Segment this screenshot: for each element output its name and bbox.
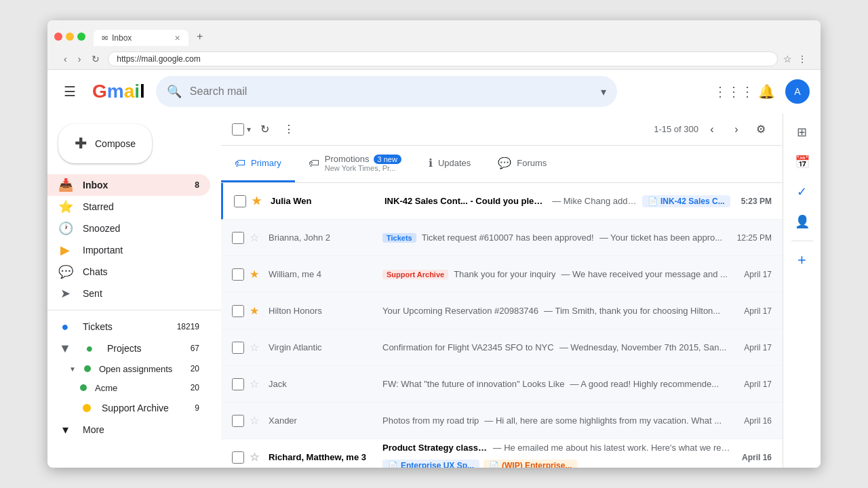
open-assignments-count: 20 xyxy=(191,364,199,373)
sidebar-item-snoozed[interactable]: 🕐 Snoozed xyxy=(47,218,210,239)
star-icon[interactable]: ★ xyxy=(250,304,263,317)
email-row[interactable]: ☆ Brianna, John 2 Tickets Ticket request… xyxy=(221,220,783,256)
email-snippet: — Hi all, here are some highlights from … xyxy=(484,415,722,426)
email-checkbox[interactable] xyxy=(232,378,244,390)
tab-updates[interactable]: ℹ Updates xyxy=(415,146,484,182)
tab-forums[interactable]: 💬 Forums xyxy=(484,146,560,182)
email-checkbox[interactable] xyxy=(234,195,246,207)
email-row[interactable]: ☆ Xander Photos from my road trip — Hi a… xyxy=(221,403,783,439)
email-row[interactable]: ☆ Jack FW: What "the future of innovatio… xyxy=(221,366,783,403)
email-checkbox[interactable] xyxy=(232,451,244,464)
tasks-right-icon[interactable]: ✓ xyxy=(789,178,816,205)
sidebar-label-open-assignments: Open assignments xyxy=(99,364,182,374)
calendar-right-icon[interactable]: 📅 xyxy=(789,148,816,176)
star-icon[interactable]: ☆ xyxy=(250,378,263,390)
promotions-badge: 3 new xyxy=(374,155,401,164)
updates-tab-label: Updates xyxy=(438,158,471,168)
add-apps-icon[interactable]: + xyxy=(789,247,816,274)
sidebar-item-open-assignments[interactable]: ▼ Open assignments 20 xyxy=(47,359,210,378)
prev-page-btn[interactable]: ‹ xyxy=(701,119,723,140)
select-dropdown-icon[interactable]: ▾ xyxy=(247,125,251,134)
sidebar-item-sent[interactable]: ➤ Sent xyxy=(47,283,210,304)
email-sender: William, me 4 xyxy=(269,269,377,279)
sidebar-item-chats[interactable]: 💬 Chats xyxy=(47,261,210,283)
sidebar-label-acme: Acme xyxy=(95,383,182,393)
select-all-checkbox[interactable] xyxy=(232,123,244,136)
star-icon[interactable]: ☆ xyxy=(250,231,263,244)
email-subject: Thank you for your inquiry xyxy=(454,269,555,279)
toolbar: ▾ ↻ ⋮ 1-15 of 300 ‹ › ⚙ xyxy=(221,113,783,146)
email-checkbox[interactable] xyxy=(232,268,244,281)
email-checkbox[interactable] xyxy=(232,232,244,244)
sidebar: ✚ Compose 📥 Inbox 8 ⭐ Starred 🕐 Snoozed xyxy=(47,113,221,468)
star-icon[interactable]: ☆ xyxy=(250,414,263,427)
address-bar[interactable] xyxy=(108,52,778,66)
sidebar-item-important[interactable]: ▶ Important xyxy=(47,239,210,261)
avatar[interactable]: A xyxy=(785,79,810,104)
star-icon[interactable]: ☆ xyxy=(250,341,263,354)
email-checkbox[interactable] xyxy=(232,415,244,427)
email-time: April 16 xyxy=(742,453,772,462)
inbox-count: 8 xyxy=(195,180,199,190)
contacts-right-icon[interactable]: 👤 xyxy=(789,208,816,235)
email-sender: Virgin Atlantic xyxy=(269,342,377,352)
browser-forward-btn[interactable]: › xyxy=(75,52,84,66)
search-input[interactable] xyxy=(190,85,593,98)
browser-maximize-btn[interactable] xyxy=(77,33,85,41)
forums-tab-icon: 💬 xyxy=(498,157,511,169)
projects-icon: ● xyxy=(83,342,96,356)
sidebar-item-acme[interactable]: Acme 20 xyxy=(47,378,210,397)
search-bar: 🔍 ▾ xyxy=(156,76,617,107)
browser-close-btn[interactable] xyxy=(54,33,62,41)
promotions-sub: New York Times, Pr... xyxy=(325,164,401,172)
star-icon[interactable]: ★ xyxy=(250,268,263,281)
browser-settings-icon[interactable]: ⋮ xyxy=(797,54,807,64)
email-checkbox[interactable] xyxy=(232,342,244,354)
email-row[interactable]: ★ Julia Wen INK-42 Sales Cont... - Could… xyxy=(221,183,783,220)
email-row[interactable]: ☆ Virgin Atlantic Confirmation for Fligh… xyxy=(221,329,783,366)
hamburger-menu-icon[interactable]: ☰ xyxy=(58,78,81,105)
tab-primary[interactable]: 🏷 Primary xyxy=(221,146,295,182)
sidebar-item-projects[interactable]: ▼ ● Projects 67 xyxy=(47,338,210,359)
star-icon[interactable]: ★ xyxy=(252,195,265,207)
notifications-icon-btn[interactable]: 🔔 xyxy=(753,78,780,105)
important-icon: ▶ xyxy=(58,243,72,258)
tab-promotions[interactable]: 🏷 Promotions 3 new New York Times, Pr... xyxy=(295,146,415,182)
email-snippet: — Tim Smith, thank you for choosing Hilt… xyxy=(544,306,720,316)
next-page-btn[interactable]: › xyxy=(726,119,747,140)
support-archive-count: 9 xyxy=(195,403,199,413)
sidebar-item-inbox[interactable]: 📥 Inbox 8 xyxy=(47,174,210,196)
browser-minimize-btn[interactable] xyxy=(66,33,74,41)
google-apps-icon[interactable]: ⊞ xyxy=(789,119,816,146)
browser-star-icon[interactable]: ☆ xyxy=(783,54,792,64)
sidebar-label-tickets: Tickets xyxy=(83,321,166,332)
sidebar-item-more[interactable]: ▾ More xyxy=(47,419,210,441)
sidebar-item-tickets[interactable]: ● Tickets 18219 xyxy=(47,316,210,338)
email-checkbox[interactable] xyxy=(232,305,244,317)
star-icon[interactable]: ☆ xyxy=(250,451,263,464)
email-row[interactable]: ☆ Richard, Matthew, me 3 Product Strateg… xyxy=(221,439,783,468)
settings-btn[interactable]: ⚙ xyxy=(750,119,772,140)
browser-back-btn[interactable]: ‹ xyxy=(61,52,70,66)
search-dropdown-icon[interactable]: ▾ xyxy=(601,85,606,98)
browser-tab-gmail[interactable]: ✉ Inbox ✕ xyxy=(94,30,189,46)
sidebar-label-more: More xyxy=(83,424,199,435)
email-row[interactable]: ★ William, me 4 Support Archive Thank yo… xyxy=(221,256,783,293)
new-tab-btn[interactable]: + xyxy=(190,27,210,46)
email-body: Photos from my road trip — Hi all, here … xyxy=(382,415,733,426)
compose-button[interactable]: ✚ Compose xyxy=(58,124,152,163)
acme-dot xyxy=(80,384,87,391)
email-time: April 17 xyxy=(744,270,772,279)
email-row[interactable]: ★ Hilton Honors Your Upcoming Reservatio… xyxy=(221,293,783,329)
gmail-logo-m: Gmail xyxy=(92,81,145,102)
sidebar-item-support-archive[interactable]: Support Archive 9 xyxy=(47,397,210,419)
refresh-btn[interactable]: ↻ xyxy=(254,119,275,140)
more-options-btn[interactable]: ⋮ xyxy=(278,119,300,140)
apps-icon-btn[interactable]: ⋮⋮⋮ xyxy=(720,78,747,105)
browser-refresh-btn[interactable]: ↻ xyxy=(89,52,102,66)
gmail-logo: Gmail xyxy=(92,81,145,102)
tab-close-btn[interactable]: ✕ xyxy=(174,34,180,43)
sidebar-item-starred[interactable]: ⭐ Starred xyxy=(47,196,210,218)
sidebar-label-starred: Starred xyxy=(83,201,199,212)
right-sidebar: ⊞ 📅 ✓ 👤 + xyxy=(783,113,821,468)
